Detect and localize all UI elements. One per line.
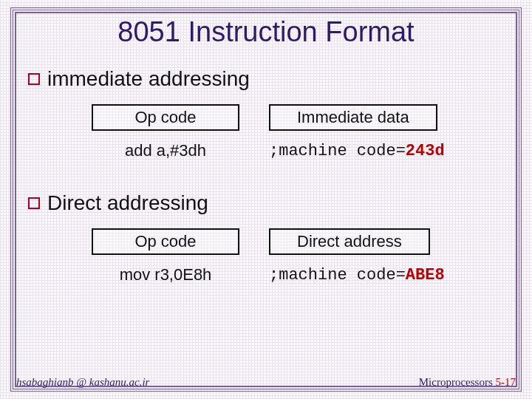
asm-instruction: add a,#3dh bbox=[92, 141, 239, 160]
square-bullet-icon bbox=[28, 197, 40, 209]
page-title: 8051 Instruction Format bbox=[28, 16, 504, 48]
footer-page: 5-17 bbox=[496, 376, 516, 388]
section-label: immediate addressing bbox=[47, 67, 250, 91]
format-row: Op code Direct address bbox=[92, 228, 504, 255]
example-row: add a,#3dh ;machine code=243d bbox=[92, 141, 504, 160]
format-row: Op code Immediate data bbox=[92, 104, 504, 131]
code-hex: ABE8 bbox=[406, 266, 445, 284]
machine-code: ;machine code=ABE8 bbox=[269, 266, 445, 284]
footer-left: hsabaghianb @ kashanu.ac.ir bbox=[16, 376, 149, 389]
square-bullet-icon bbox=[28, 73, 40, 85]
footer-right: Microprocessors 5-17 bbox=[419, 376, 516, 389]
opcode-box: Op code bbox=[92, 104, 239, 131]
operand-box: Immediate data bbox=[269, 104, 437, 131]
asm-instruction: mov r3,0E8h bbox=[92, 265, 239, 284]
spacer bbox=[28, 171, 504, 191]
section-label: Direct addressing bbox=[47, 191, 208, 215]
code-prefix: ;machine code= bbox=[269, 266, 406, 284]
section-heading: Direct addressing bbox=[28, 191, 504, 215]
example-row: mov r3,0E8h ;machine code=ABE8 bbox=[92, 265, 504, 284]
section-heading: immediate addressing bbox=[28, 67, 504, 91]
slide-content: 8051 Instruction Format immediate addres… bbox=[10, 7, 522, 392]
footer: hsabaghianb @ kashanu.ac.ir Microprocess… bbox=[16, 376, 516, 389]
footer-course: Microprocessors bbox=[419, 376, 493, 388]
code-hex: 243d bbox=[406, 142, 445, 160]
code-prefix: ;machine code= bbox=[269, 142, 406, 160]
opcode-box: Op code bbox=[92, 228, 239, 255]
operand-box: Direct address bbox=[269, 228, 430, 255]
machine-code: ;machine code=243d bbox=[269, 142, 445, 160]
